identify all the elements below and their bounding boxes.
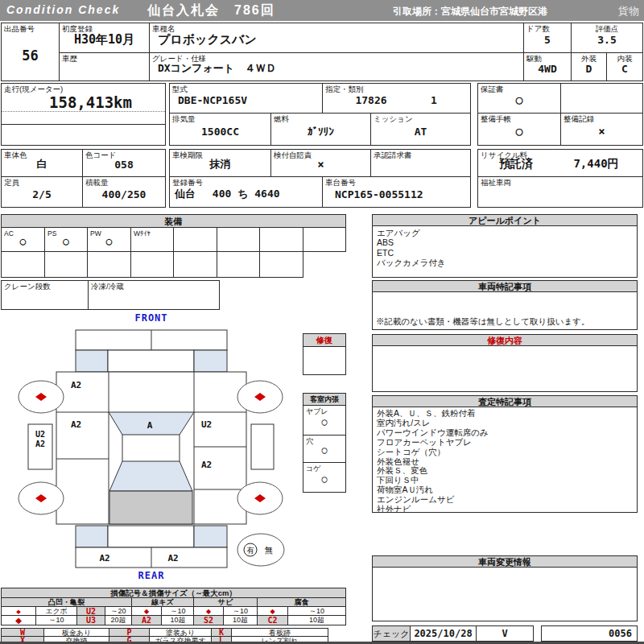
equipment-cell-empty: [259, 227, 303, 252]
load-capacity-cell: 積載量 400/250: [82, 176, 166, 208]
class-value-1: 17826: [335, 94, 407, 106]
change-info-header: 車両変更情報: [372, 555, 638, 568]
model-code-label: 型式: [170, 84, 322, 93]
auction-title: 仙台入札会 786回: [147, 2, 275, 19]
appeal-box: エアバッグ ABS ETC バックカメラ付き: [372, 225, 638, 278]
right-quarter-mark: A2: [201, 460, 212, 470]
equipment-cell-empty: [1, 251, 45, 278]
recycle-fee-value: 7,440円: [562, 157, 630, 171]
first-registration-cell: 初度登録 H30年10月: [59, 23, 150, 53]
rear-bumper-left-mark: A2: [99, 553, 109, 564]
front-label: FRONT: [134, 312, 167, 324]
check-mark-cell: V: [476, 625, 534, 642]
inspection-value: 抹消: [170, 157, 270, 171]
welfare-vehicle-label: 福祉車両: [478, 177, 642, 187]
recycle-status: 預託済: [488, 157, 544, 171]
fridge-label: 冷凍/冷蔵: [89, 281, 219, 291]
crane-label: クレーン段数: [2, 281, 88, 291]
equipment-label: Wﾀｲﾔ: [131, 228, 173, 237]
right-door-mark: U2: [201, 419, 212, 430]
equipment-cell-empty: [217, 251, 260, 278]
capacity-cell: 定員 2/5: [1, 176, 83, 208]
check-label: チェック: [372, 625, 411, 642]
cargo-tag: 貨物: [618, 4, 639, 19]
left-door-mark: A2: [71, 419, 81, 430]
doors-value: 5: [524, 34, 571, 46]
rear-corner-left: [76, 526, 108, 547]
capacity-label: 定員: [2, 177, 82, 187]
crane-cell: クレーン段数: [1, 280, 89, 310]
registration-number-label: 登録番号: [170, 177, 322, 187]
title-bar: Condition Check 仙台入札会 786回 引取場所：宮城県仙台市宮城…: [0, 0, 644, 21]
class-value-2: 1: [418, 94, 450, 106]
pickup-location: 引取場所：宮城県仙台市宮城野区港: [393, 5, 547, 19]
assessment-header: 査定特記事項: [372, 395, 638, 407]
transmission-cell: ミッション AT: [370, 113, 471, 146]
front-corner-right: [194, 350, 227, 372]
presence-yes: 有: [246, 546, 254, 555]
model-code-cell: 型式 DBE-NCP165V: [169, 83, 323, 114]
rear-bumper-right-mark: A2: [167, 553, 178, 564]
displacement-label: 排気量: [170, 114, 270, 123]
equipment-cell-empty: [130, 251, 174, 278]
legend-cell: 10超: [223, 615, 258, 625]
fridge-cell: 冷凍/冷蔵: [88, 280, 220, 310]
maintenance-book-cell: 整備手帳 ○: [477, 113, 561, 146]
first-registration-value: H30年10月: [60, 32, 149, 47]
appeal-item: バックカメラ付き: [373, 258, 637, 267]
drive-cell: 駆動 4WD: [523, 52, 572, 81]
rear-label: REAR: [138, 570, 165, 581]
change-info-box: [372, 567, 638, 621]
registration-number-cell: 登録番号 仙台 400 ち 4640: [169, 176, 323, 208]
model-name-value: プロボックスバン: [150, 32, 523, 47]
check-number-cell: 0056: [541, 625, 638, 642]
rear-window: [109, 461, 192, 491]
equipment-cell-empty: [44, 251, 88, 278]
doors-cell: ドア数 5: [523, 23, 572, 53]
class-label: 指定・類別: [323, 84, 470, 93]
equipment-value: ○: [2, 235, 44, 247]
inspection-cell: 車検期限 抹消: [169, 149, 271, 177]
presence-no: 無: [265, 545, 274, 555]
vehicle-notes-text: ※記載のない書類・機器等は無しとして取り扱います。: [376, 316, 589, 328]
fuel-label: 燃料: [271, 114, 370, 123]
front-panel: [108, 350, 194, 372]
equipment-cell-empty: [259, 251, 303, 278]
legend-cell: 20超: [105, 615, 132, 625]
transmission-value: AT: [371, 125, 470, 137]
body-color-value: 白: [2, 157, 82, 171]
maintenance-record-cell: 整備記録 ×: [560, 113, 643, 146]
mileage-cell: 走行(現メーター) 158,413km: [1, 83, 166, 146]
equipment-cell-ps: PS ○: [44, 227, 88, 252]
lot-number-label: 出品番号: [2, 23, 59, 33]
legend-cell: 10超: [161, 615, 195, 625]
appeal-item: ETC: [373, 248, 637, 258]
equipment-cell-wtire: Wﾀｲﾔ: [130, 227, 174, 252]
auction-sheet: Condition Check 仙台入札会 786回 引取場所：宮城県仙台市宮城…: [0, 0, 644, 644]
equipment-cell-empty: [217, 227, 260, 252]
fuel-cell: 燃料 ｶﾞｿﾘﾝ: [270, 113, 371, 146]
appeal-header: アピールポイント: [372, 214, 638, 226]
check-date: 2025/10/28: [411, 628, 476, 639]
color-code-value: 058: [83, 159, 165, 171]
doors-label: ドア数: [524, 23, 571, 33]
model-name-cell: 車種名 プロボックスバン: [149, 23, 524, 53]
legend-code-c2: C2: [257, 615, 288, 625]
rear-panel: [108, 526, 194, 547]
body-color-cell: 車体色 白: [1, 149, 83, 177]
check-date-cell: 2025/10/28: [410, 625, 477, 642]
warranty-cell: 保証書 ○: [477, 83, 561, 114]
windshield-mark: A: [147, 420, 153, 431]
equipment-cell-ac: AC ○: [1, 227, 45, 252]
check-mark: V: [477, 628, 533, 639]
fuel-value: ｶﾞｿﾘﾝ: [271, 125, 370, 137]
equipment-cell-empty: [173, 251, 217, 278]
repair-info-box: [372, 345, 638, 392]
score-label: 評価点: [572, 23, 642, 33]
interior-grade-label: 内装: [607, 53, 642, 63]
warranty-value: ○: [478, 93, 560, 107]
legend-code-s2: S2: [193, 615, 224, 625]
legend-cell: ～10: [35, 615, 77, 625]
assessment-box: 外装А、Ｕ、Ｓ、鉄粉付着 室内汚れ/スレ パワーウインドウ運転席のみ フロアカー…: [372, 407, 638, 513]
insurance-cell: 検付自賠責 ×: [270, 149, 371, 177]
